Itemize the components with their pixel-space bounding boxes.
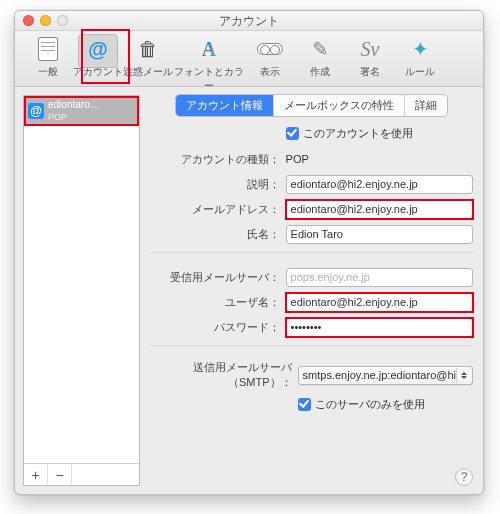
toolbar-general[interactable]: 一般 (23, 35, 73, 79)
toolbar-label: アカウント (73, 65, 123, 79)
email-label: メールアドレス： (150, 202, 286, 217)
username-label: ユーザ名： (150, 295, 286, 310)
tab-account-info[interactable]: アカウント情報 (176, 95, 273, 116)
toolbar-label: 作成 (295, 65, 345, 79)
account-type-label: アカウントの種類： (150, 152, 286, 167)
preferences-window: アカウント 一般 @ アカウント 🗑 迷惑メール A フォントとカラー 表示 ✎… (14, 10, 484, 495)
tab-mailbox-behaviors[interactable]: メールボックスの特性 (273, 95, 404, 116)
smtp-only-checkbox[interactable]: このサーバのみを使用 (298, 397, 425, 412)
toolbar-junk[interactable]: 🗑 迷惑メール (123, 35, 173, 79)
traffic-lights (23, 15, 68, 26)
smtp-only-label: このサーバのみを使用 (315, 397, 425, 412)
description-input[interactable] (286, 175, 473, 194)
account-list-item[interactable]: @ ediontaro… POP (24, 96, 139, 126)
username-input[interactable] (286, 293, 473, 312)
zoom-window-button[interactable] (57, 15, 68, 26)
toolbar-signatures[interactable]: Sv 署名 (345, 35, 395, 79)
tab-advanced[interactable]: 詳細 (404, 95, 447, 116)
checkbox-icon (298, 398, 311, 411)
toolbar-label: 表示 (245, 65, 295, 79)
close-window-button[interactable] (23, 15, 34, 26)
at-icon: @ (84, 35, 112, 63)
general-icon (34, 35, 62, 63)
enable-account-checkbox[interactable]: このアカウントを使用 (286, 126, 413, 141)
window-title: アカウント (219, 14, 279, 28)
smtp-server-select[interactable]: smtps.enjoy.ne.jp:ediontaro@hi (298, 366, 473, 385)
toolbar-label: 署名 (345, 65, 395, 79)
help-button[interactable]: ? (455, 468, 473, 486)
account-kind: POP (48, 111, 100, 123)
sidebar-controls: + − (24, 463, 139, 485)
preferences-toolbar: 一般 @ アカウント 🗑 迷惑メール A フォントとカラー 表示 ✎ 作成 Sv… (15, 31, 483, 87)
smtp-label: 送信用メールサーバ（SMTP）： (150, 360, 298, 390)
detail-tabs: アカウント情報 メールボックスの特性 詳細 (150, 95, 473, 116)
accounts-sidebar: @ ediontaro… POP + − (23, 95, 140, 486)
toolbar-fonts[interactable]: A フォントとカラー (173, 35, 245, 93)
smtp-server-value: smtps.enjoy.ne.jp:ediontaro@hi (303, 369, 456, 381)
account-name: ediontaro… (48, 99, 100, 111)
junk-icon: 🗑 (134, 35, 162, 63)
compose-icon: ✎ (306, 35, 334, 63)
password-label: パスワード： (150, 320, 286, 335)
remove-account-button[interactable]: − (48, 464, 72, 485)
toolbar-viewing[interactable]: 表示 (245, 35, 295, 79)
password-input[interactable] (286, 318, 473, 337)
toolbar-composing[interactable]: ✎ 作成 (295, 35, 345, 79)
incoming-label: 受信用メールサーバ： (150, 270, 286, 285)
enable-account-label: このアカウントを使用 (303, 126, 413, 141)
toolbar-label: 迷惑メール (123, 65, 173, 79)
font-icon: A (195, 35, 223, 63)
rules-icon: ✦ (406, 35, 434, 63)
incoming-server-input (286, 268, 473, 287)
signature-icon: Sv (356, 35, 384, 63)
account-detail-panel: アカウント情報 メールボックスの特性 詳細 このアカウントを使用 アカウントの種… (140, 87, 483, 494)
toolbar-label: 一般 (23, 65, 73, 79)
toolbar-label: ルール (395, 65, 445, 79)
description-label: 説明： (150, 177, 286, 192)
chevron-updown-icon (456, 368, 470, 383)
fullname-label: 氏名： (150, 227, 286, 242)
minimize-window-button[interactable] (40, 15, 51, 26)
titlebar: アカウント (15, 11, 483, 31)
fullname-input[interactable] (286, 225, 473, 244)
checkbox-icon (286, 127, 299, 140)
toolbar-accounts[interactable]: @ アカウント (73, 35, 123, 79)
toolbar-rules[interactable]: ✦ ルール (395, 35, 445, 79)
account-type-value: POP (286, 153, 309, 165)
email-input[interactable] (286, 200, 473, 219)
add-account-button[interactable]: + (24, 464, 48, 485)
at-icon: @ (28, 103, 44, 119)
glasses-icon (256, 35, 284, 63)
